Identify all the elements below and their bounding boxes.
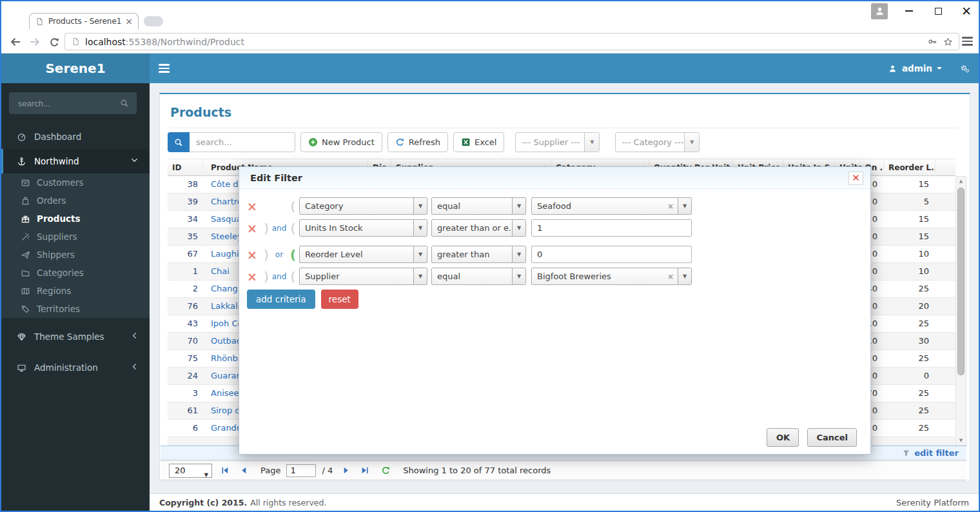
dialog-close-icon[interactable]: ✕	[848, 172, 863, 185]
supplier-filter-select[interactable]: --- Supplier --- ▼	[515, 132, 600, 152]
remove-criteria-icon[interactable]: ×	[247, 199, 262, 213]
dropdown-arrow-icon: ▼	[512, 198, 525, 214]
search-icon	[119, 99, 129, 108]
column-header-reorder-l[interactable]: Reorder L...	[884, 159, 936, 176]
settings-gears-icon[interactable]	[960, 64, 970, 74]
pager-refresh-icon[interactable]	[381, 466, 391, 475]
sidebar-item-territories[interactable]: Territories	[1, 300, 150, 318]
scrollbar-thumb[interactable]	[957, 188, 965, 375]
sidebar-item-customers[interactable]: Customers	[1, 173, 150, 192]
clear-icon[interactable]: ×	[667, 198, 674, 214]
cell-reorder-level: 30	[884, 333, 936, 350]
criteria-field-select[interactable]: Supplier▼	[299, 268, 427, 285]
minimize-button[interactable]	[899, 1, 919, 21]
last-page-button[interactable]	[358, 465, 370, 477]
browser-tab[interactable]: Products - Serene1 ×	[29, 13, 139, 29]
quick-search-input[interactable]	[190, 132, 295, 152]
add-criteria-button[interactable]: add criteria	[247, 290, 315, 309]
page-size-select[interactable]: 20▼	[169, 464, 212, 478]
brand-logo[interactable]: Serene1	[1, 54, 150, 83]
window-close-button[interactable]: ✕	[957, 1, 976, 21]
anchor-icon	[17, 157, 26, 166]
sidebar-item-orders[interactable]: Orders	[1, 192, 150, 210]
criteria-operator-select[interactable]: equal▼	[431, 197, 526, 215]
back-button[interactable]	[8, 34, 23, 50]
sidebar-item-shippers[interactable]: Shippers	[1, 246, 150, 264]
cell-reorder-level: 25	[884, 402, 936, 420]
criteria-operator-select[interactable]: greater than or e...▼	[431, 219, 526, 237]
criteria-operator-select[interactable]: equal▼	[431, 268, 526, 285]
title-divider	[170, 128, 959, 128]
ok-button[interactable]: OK	[767, 428, 799, 447]
grid-toolbar: New Product Refresh Excel --- Supplier -…	[168, 132, 700, 152]
sidebar-item-northwind[interactable]: Northwind	[1, 149, 150, 173]
cell-id: 34	[168, 211, 203, 228]
browser-menu-icon[interactable]	[962, 37, 973, 46]
browser-window: Products - Serene1 × ✕ localhost:55388/N…	[0, 0, 980, 512]
paren-close: )	[262, 247, 270, 262]
tab-close-icon[interactable]: ×	[125, 17, 133, 26]
refresh-icon	[395, 137, 405, 147]
sidebar-item-categories[interactable]: Categories	[1, 264, 150, 282]
sidebar-item-regions[interactable]: Regions	[1, 282, 150, 300]
cancel-button[interactable]: Cancel	[807, 428, 857, 447]
user-menu[interactable]: admin	[888, 63, 942, 74]
browser-profile-icon[interactable]	[871, 3, 888, 19]
previous-page-button[interactable]	[238, 465, 250, 477]
sidebar-item-administration[interactable]: Administration	[1, 355, 150, 380]
dialog-header[interactable]: Edit Filter	[239, 167, 870, 189]
excel-export-button[interactable]: Excel	[453, 132, 504, 152]
criteria-value-input[interactable]	[531, 219, 692, 237]
remove-criteria-icon[interactable]: ×	[247, 248, 262, 262]
criteria-field-select[interactable]: Reorder Level▼	[299, 246, 427, 263]
remove-criteria-icon[interactable]: ×	[247, 221, 262, 235]
scroll-up-icon[interactable]: ▲	[956, 177, 966, 186]
gauge-icon	[17, 132, 26, 142]
criteria-value-select[interactable]: Seafood×▼	[531, 197, 692, 215]
criteria-operator-select[interactable]: greater than▼	[431, 246, 526, 263]
category-filter-select[interactable]: --- Category --- ▼	[615, 132, 700, 152]
reset-button[interactable]: reset	[321, 290, 358, 309]
sidebar-search-input[interactable]	[17, 98, 114, 109]
sidebar-item-dashboard[interactable]: Dashboard	[1, 124, 150, 149]
remove-criteria-icon[interactable]: ×	[247, 270, 262, 284]
sidebar-item-products[interactable]: Products	[1, 210, 150, 228]
next-page-button[interactable]	[340, 465, 351, 477]
clear-icon[interactable]: ×	[667, 268, 674, 284]
sidebar-toggle-icon[interactable]	[159, 64, 170, 73]
sidebar-item-theme-samples[interactable]: Theme Samples	[1, 324, 150, 349]
url-bar[interactable]: localhost:55388/Northwind/Product	[64, 33, 959, 50]
maximize-button[interactable]	[928, 1, 948, 21]
sidebar-item-label: Orders	[37, 195, 66, 206]
folder-icon	[21, 268, 30, 278]
edit-filter-link[interactable]: edit filter	[901, 448, 959, 458]
key-icon[interactable]	[928, 37, 937, 46]
column-header-id[interactable]: ID	[168, 159, 203, 176]
vertical-scrollbar[interactable]: ▲ ▼	[956, 176, 966, 446]
scroll-down-icon[interactable]: ▼	[956, 436, 966, 445]
paren-open: (	[288, 199, 298, 214]
criteria-value-select[interactable]: Bigfoot Breweries×▼	[531, 268, 692, 285]
criteria-field-select[interactable]: Category▼	[299, 197, 427, 215]
cell-id: 76	[168, 298, 203, 315]
pager-summary: Showing 1 to 20 of 77 total records	[403, 466, 551, 475]
bookmark-star-icon[interactable]	[943, 37, 953, 46]
forward-button[interactable]	[27, 34, 43, 50]
quick-search-button[interactable]	[168, 132, 190, 152]
cell-id: 6	[168, 420, 203, 437]
page-number-input[interactable]	[286, 464, 316, 477]
cell-reorder-level: 15	[884, 176, 936, 193]
criteria-value-input[interactable]	[531, 246, 692, 263]
logic-operator: or	[270, 250, 288, 259]
first-page-button[interactable]	[219, 465, 231, 477]
sidebar-item-label: Theme Samples	[34, 331, 104, 342]
dropdown-arrow-icon: ▼	[512, 246, 525, 262]
sidebar-item-suppliers[interactable]: Suppliers	[1, 228, 150, 246]
new-tab-button[interactable]	[144, 16, 163, 26]
refresh-button[interactable]: Refresh	[387, 132, 448, 152]
sidebar-item-label: Northwind	[34, 156, 79, 166]
cell-reorder-level: 25	[884, 350, 936, 368]
new-product-button[interactable]: New Product	[300, 132, 382, 152]
reload-button[interactable]	[46, 34, 62, 50]
criteria-field-select[interactable]: Units In Stock▼	[299, 219, 427, 237]
